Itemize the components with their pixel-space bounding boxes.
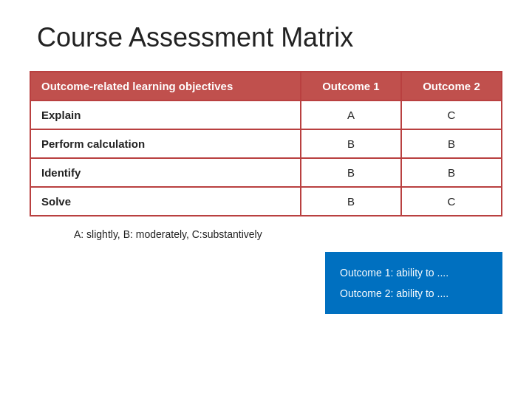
page-title: Course Assessment Matrix [37, 22, 502, 53]
table-row: Explain A C [30, 100, 502, 129]
row-label-perform-calculation: Perform calculation [30, 129, 301, 158]
assessment-matrix: Outcome-related learning objectives Outc… [30, 71, 502, 216]
row-label-identify: Identify [30, 158, 301, 187]
row-solve-outcome2: C [401, 187, 502, 216]
row-perform-outcome2: B [401, 129, 502, 158]
table-row: Identify B B [30, 158, 502, 187]
outcome2-description: Outcome 2: ability to .... [340, 283, 488, 304]
row-identify-outcome2: B [401, 158, 502, 187]
legend-text: A: slightly, B: moderately, C:substantiv… [74, 228, 502, 240]
outcome1-description: Outcome 1: ability to .... [340, 262, 488, 283]
col-header-outcome1: Outcome 1 [301, 72, 401, 100]
row-perform-outcome1: B [301, 129, 401, 158]
row-explain-outcome2: C [401, 100, 502, 129]
row-label-explain: Explain [30, 100, 301, 129]
row-label-solve: Solve [30, 187, 301, 216]
page: Course Assessment Matrix Outcome-related… [0, 0, 532, 399]
table-row: Solve B C [30, 187, 502, 216]
table-header-row: Outcome-related learning objectives Outc… [30, 72, 502, 100]
row-identify-outcome1: B [301, 158, 401, 187]
col-header-outcome2: Outcome 2 [401, 72, 502, 100]
outcome-description-box: Outcome 1: ability to .... Outcome 2: ab… [325, 252, 502, 314]
table-row: Perform calculation B B [30, 129, 502, 158]
row-solve-outcome1: B [301, 187, 401, 216]
col-header-objectives: Outcome-related learning objectives [30, 72, 301, 100]
row-explain-outcome1: A [301, 100, 401, 129]
